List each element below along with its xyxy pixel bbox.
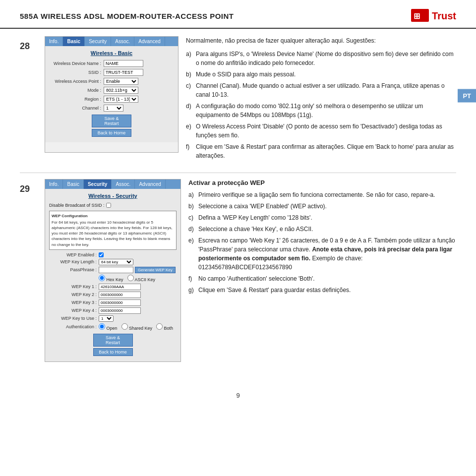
letter-f: f) [186,142,196,160]
back-home-btn-29[interactable]: Back to Home [93,348,133,356]
letter-a: a) [186,50,196,67]
instructions-28: Normalmente, não precisa de fazer qualqu… [186,36,456,163]
auth-shared-label: Shared Key [121,323,153,331]
logo-text: Trust [432,10,456,22]
section-29-number: 29 [20,179,45,372]
instructions-list-29: a) Primeiro verifique se a ligação sem f… [188,190,456,295]
letter-29-c: c) [188,213,198,222]
disable-broadcast-checkbox[interactable] [106,203,111,208]
text-c: Channel (Canal). Mude quando o actual es… [196,81,456,99]
field-region: Region : ETS (1 - 13) [49,96,174,103]
list-item-c: c) Channel (Canal). Mude quando o actual… [186,81,456,99]
mode-select[interactable]: 802.11b+g [104,87,138,94]
passphrase-input[interactable] [99,267,133,273]
access-point-select[interactable]: Enable [104,78,138,85]
nav-advanced-sec[interactable]: Advanced [135,179,165,189]
nav-info-sec[interactable]: Info. [45,179,63,189]
authentication-row: Authentication : Open Shared Key Both [49,323,177,331]
wep-key2-input[interactable] [99,292,141,298]
wep-key4-row: WEP Key 4 : [49,307,177,314]
field-channel: Channel : 1 [49,105,174,112]
ascii-key-label: ASCII Key [127,275,156,282]
router-nav-security: Info. Basic Security Assoc. Advanced [45,179,180,189]
svg-text:⊞: ⊞ [414,12,420,20]
list-item-29-d: d) Seleccione a chave 'Hex Key', e não A… [188,225,456,234]
router-ui-basic: Info. Basic Security Assoc. Advanced Wir… [45,36,178,153]
security-page-title: Wireless - Security [49,193,177,199]
wep-key3-input[interactable] [99,299,141,306]
field-ssid: SSID : [49,69,174,76]
list-item-29-g: g) Clique em 'Save & Restart' para guard… [188,286,456,295]
letter-29-d: d) [188,225,198,234]
nav-basic[interactable]: Basic [63,37,85,46]
back-home-btn-28[interactable]: Back to Home [92,129,131,137]
nav-assoc-sec[interactable]: Assoc. [112,179,135,189]
router-ui-security: Info. Basic Security Assoc. Advanced Wir… [45,179,181,362]
nav-basic-sec[interactable]: Basic [63,179,83,189]
section-29-content: Info. Basic Security Assoc. Advanced Wir… [45,179,456,372]
auth-both-label: Both [156,323,173,331]
generate-wep-btn[interactable]: Generate WEP Key [135,267,176,273]
nav-info[interactable]: Info. [45,37,63,46]
wep-key1-label: WEP Key 1 : [49,284,99,289]
wep-key-use-select[interactable]: 1 [99,315,114,322]
instructions-list-28: a) Para alguns ISP's, o 'Wireless Device… [186,50,456,160]
wep-key2-label: WEP Key 2 : [49,292,99,297]
list-item-29-f: f) No campo 'Authentication' seleccione … [188,274,456,283]
router-page-title: Wireless - Basic [49,50,174,56]
wep-key2-row: WEP Key 2 : [49,292,177,298]
letter-29-e: e) [188,236,198,272]
device-name-input[interactable] [104,60,143,67]
list-item-29-e: e) Escreva no campo 'Web Key 1' 26 carac… [188,236,456,272]
wep-key-length-row: WEP Key Length : 64 bit key [49,259,177,265]
intro-text-28: Normalmente, não precisa de fazer qualqu… [186,36,456,46]
list-item-29-a: a) Primeiro verifique se a ligação sem f… [188,190,456,199]
passphrase-label: PassPhrase : [49,267,99,272]
text-29-b: Seleccione a caixa 'WEP Enabled' (WEP ac… [198,202,456,211]
hex-key-label: Hex Key [99,275,123,282]
router-body-basic: Wireless - Basic Wireless Device Name : … [45,46,178,142]
access-point-label: Wireless Access Point : [49,79,104,84]
wep-enabled-checkbox[interactable] [99,252,104,257]
list-item-a: a) Para alguns ISP's, o 'Wireless Device… [186,50,456,67]
letter-b: b) [186,70,196,79]
nav-security-sec[interactable]: Security [84,179,112,189]
wep-enabled-label: WEP Enabled : [49,252,99,257]
router-security-body: Wireless - Security Disable Broadcast of… [45,189,180,361]
text-d: A configuração do modo como '802.11g onl… [196,102,456,119]
field-access-point: Wireless Access Point : Enable [49,78,174,85]
wep-key1-row: WEP Key 1 : [49,284,177,290]
wep-key-length-select[interactable]: 64 bit key [99,259,133,265]
ssid-label: SSID : [49,70,104,75]
channel-label: Channel : [49,106,104,111]
field-device-name: Wireless Device Name : [49,60,174,67]
nav-assoc[interactable]: Assoc. [111,37,134,46]
nav-advanced[interactable]: Advanced [134,37,165,46]
auth-open-radio[interactable] [99,323,105,330]
list-item-29-b: b) Seleccione a caixa 'WEP Enabled' (WEP… [188,202,456,211]
header-title: 585A WIRELESS ADSL MODEM-ROUTER-ACCESS P… [20,12,234,20]
router-nav-basic: Info. Basic Security Assoc. Advanced [45,37,178,46]
wep-key4-label: WEP Key 4 : [49,308,99,313]
wep-config-text: For 64 bit keys, you must enter 10 hexad… [52,220,173,247]
channel-select[interactable]: 1 [104,105,123,112]
text-29-d: Seleccione a chave 'Hex Key', e não ASCI… [198,225,456,234]
wep-key4-input[interactable] [99,307,141,314]
save-restart-btn-28[interactable]: Save & Restart [92,115,131,127]
wep-key3-label: WEP Key 3 : [49,300,99,305]
wep-key1-input[interactable] [99,284,141,290]
hex-key-radio[interactable] [99,275,105,281]
ssid-input[interactable] [104,69,143,76]
letter-29-a: a) [188,190,198,199]
region-select[interactable]: ETS (1 - 13) [104,96,138,103]
text-a: Para alguns ISP's, o 'Wireless Device Na… [196,50,456,67]
auth-both-radio[interactable] [156,323,163,330]
ascii-key-radio[interactable] [127,275,134,281]
nav-security[interactable]: Security [85,37,111,46]
save-restart-btn-29[interactable]: Save & Restart [93,334,133,347]
section-28-content: Info. Basic Security Assoc. Advanced Wir… [45,36,456,163]
auth-shared-radio[interactable] [121,323,128,330]
section29-title: Activar a protecção WEP [188,179,456,186]
wep-key-use-label: WEP Key to Use : [49,316,99,321]
text-29-e: Escreva no campo 'Web Key 1' 26 caracter… [198,236,456,272]
